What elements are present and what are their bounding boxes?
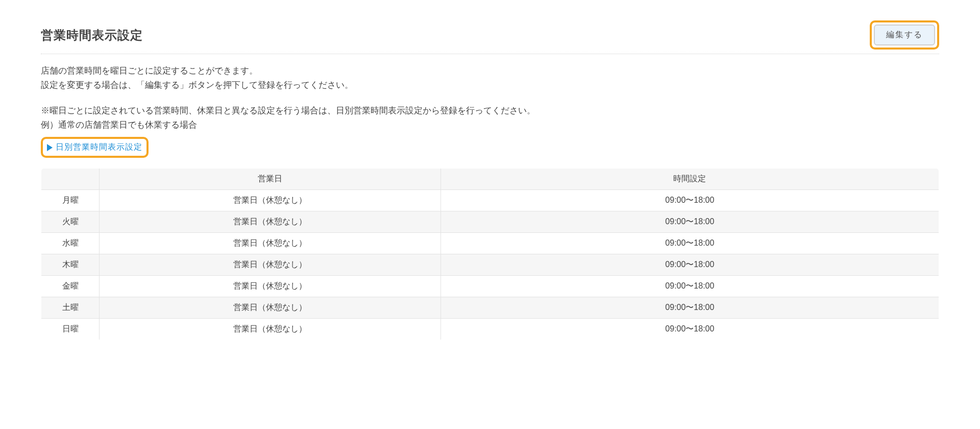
status-cell: 営業日（休憩なし）: [100, 190, 440, 211]
table-row: 火曜営業日（休憩なし）09:00〜18:00: [41, 211, 939, 233]
day-cell: 月曜: [41, 190, 100, 211]
table-row: 土曜営業日（休憩なし）09:00〜18:00: [41, 297, 939, 319]
table-row: 木曜営業日（休憩なし）09:00〜18:00: [41, 254, 939, 276]
day-cell: 金曜: [41, 276, 100, 297]
edit-button[interactable]: 編集する: [874, 25, 935, 45]
description-block: 店舗の営業時間を曜日ごとに設定することができます。 設定を変更する場合は、「編集…: [41, 63, 939, 92]
day-cell: 火曜: [41, 211, 100, 233]
page-title: 営業時間表示設定: [41, 27, 143, 43]
description-line-1: 店舗の営業時間を曜日ごとに設定することができます。: [41, 63, 939, 78]
status-cell: 営業日（休憩なし）: [100, 254, 440, 276]
day-cell: 水曜: [41, 233, 100, 254]
table-body: 月曜営業日（休憩なし）09:00〜18:00火曜営業日（休憩なし）09:00〜1…: [41, 190, 939, 340]
status-cell: 営業日（休憩なし）: [100, 297, 440, 319]
time-cell: 09:00〜18:00: [440, 233, 939, 254]
table-header-row: 営業日 時間設定: [41, 169, 939, 190]
daily-hours-link[interactable]: 日別営業時間表示設定: [46, 140, 143, 155]
table-row: 水曜営業日（休憩なし）09:00〜18:00: [41, 233, 939, 254]
day-cell: 日曜: [41, 319, 100, 340]
table-header-day: [41, 169, 100, 190]
table-row: 金曜営業日（休憩なし）09:00〜18:00: [41, 276, 939, 297]
note-line-1: ※曜日ごとに設定されている営業時間、休業日と異なる設定を行う場合は、日別営業時間…: [41, 103, 939, 117]
daily-hours-link-label: 日別営業時間表示設定: [56, 142, 142, 153]
edit-button-highlight: 編集する: [870, 20, 939, 50]
page-header: 営業時間表示設定 編集する: [41, 20, 939, 54]
business-hours-table: 営業日 時間設定 月曜営業日（休憩なし）09:00〜18:00火曜営業日（休憩な…: [41, 168, 939, 340]
status-cell: 営業日（休憩なし）: [100, 211, 440, 233]
time-cell: 09:00〜18:00: [440, 297, 939, 319]
time-cell: 09:00〜18:00: [440, 211, 939, 233]
time-cell: 09:00〜18:00: [440, 276, 939, 297]
day-cell: 土曜: [41, 297, 100, 319]
status-cell: 営業日（休憩なし）: [100, 276, 440, 297]
time-cell: 09:00〜18:00: [440, 254, 939, 276]
note-line-2: 例）通常の店舗営業日でも休業する場合: [41, 117, 939, 132]
time-cell: 09:00〜18:00: [440, 190, 939, 211]
daily-link-highlight: 日別営業時間表示設定: [41, 137, 149, 158]
table-header-status: 営業日: [100, 169, 440, 190]
triangle-right-icon: [47, 144, 53, 151]
day-cell: 木曜: [41, 254, 100, 276]
status-cell: 営業日（休憩なし）: [100, 233, 440, 254]
daily-link-row: 日別営業時間表示設定: [41, 137, 939, 158]
table-row: 日曜営業日（休憩なし）09:00〜18:00: [41, 319, 939, 340]
time-cell: 09:00〜18:00: [440, 319, 939, 340]
table-row: 月曜営業日（休憩なし）09:00〜18:00: [41, 190, 939, 211]
status-cell: 営業日（休憩なし）: [100, 319, 440, 340]
description-line-2: 設定を変更する場合は、「編集する」ボタンを押下して登録を行ってください。: [41, 78, 939, 92]
note-block: ※曜日ごとに設定されている営業時間、休業日と異なる設定を行う場合は、日別営業時間…: [41, 103, 939, 132]
table-header-time: 時間設定: [440, 169, 939, 190]
